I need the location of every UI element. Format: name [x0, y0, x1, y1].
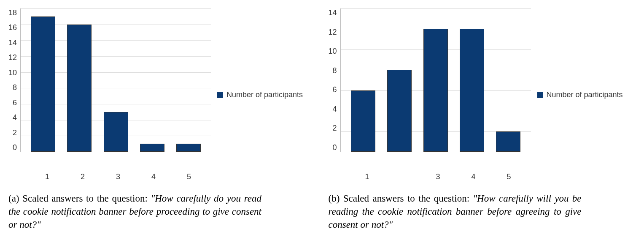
caption-a: (a) Scaled answers to the question: "How…: [8, 192, 261, 231]
x-tick: 4: [461, 172, 486, 181]
bar: [351, 90, 375, 152]
chart-row-a: 18 16 14 12 10 8 6 4 2 0: [8, 8, 316, 181]
x-tick: 1: [35, 172, 59, 181]
bars-b: [341, 8, 531, 152]
y-tick: 16: [8, 23, 17, 32]
y-tick: 0: [333, 143, 337, 152]
y-tick: 10: [8, 68, 17, 77]
y-tick: 2: [333, 124, 337, 133]
x-axis-a: 1 2 3 4 5: [25, 169, 211, 181]
chart-row-b: 14 12 10 8 6 4 2 0: [329, 8, 636, 181]
bar: [104, 112, 128, 152]
y-tick: 12: [329, 28, 337, 37]
y-tick: 18: [8, 8, 17, 17]
y-tick: 4: [333, 105, 337, 114]
caption-prefix-a: (a) Scaled answers to the question:: [8, 193, 151, 204]
y-tick: 6: [333, 85, 337, 94]
x-tick: 4: [141, 172, 166, 181]
y-tick: 14: [8, 38, 17, 47]
y-axis-b: 14 12 10 8 6 4 2 0: [329, 8, 340, 152]
y-tick: 2: [13, 128, 17, 137]
legend-a: Number of participants: [217, 90, 303, 99]
bar: [460, 29, 484, 152]
bar: [31, 16, 55, 152]
chart-wrapper-a: 18 16 14 12 10 8 6 4 2 0: [8, 8, 211, 181]
charts-container: 18 16 14 12 10 8 6 4 2 0: [8, 8, 636, 231]
bar: [496, 131, 520, 152]
y-axis-a: 18 16 14 12 10 8 6 4 2 0: [8, 8, 20, 152]
y-tick: 8: [13, 83, 17, 92]
x-tick: 2: [70, 172, 95, 181]
bars-a: [21, 8, 211, 152]
y-tick: 6: [13, 98, 17, 107]
x-tick: 3: [106, 172, 130, 181]
y-tick: 14: [329, 8, 337, 17]
chart-area-b: 14 12 10 8 6 4 2 0: [329, 8, 531, 169]
x-tick: [391, 172, 415, 181]
plot-area-b: [340, 8, 531, 152]
x-tick: 1: [355, 172, 380, 181]
y-tick: 12: [8, 53, 17, 62]
legend-b: Number of participants: [537, 90, 623, 99]
y-tick: 4: [13, 113, 17, 122]
x-tick: 3: [426, 172, 450, 181]
x-axis-b: 1 3 4 5: [345, 169, 531, 181]
legend-label: Number of participants: [226, 90, 303, 99]
caption-prefix-b: (b) Scaled answers to the question:: [329, 193, 473, 204]
x-tick: 5: [177, 172, 201, 181]
chart-panel-b: 14 12 10 8 6 4 2 0: [329, 8, 636, 231]
y-tick: 0: [13, 143, 17, 152]
x-tick: 5: [497, 172, 521, 181]
plot-area-a: [20, 8, 211, 152]
y-tick: 10: [329, 47, 337, 56]
bar: [67, 25, 92, 152]
bar: [423, 29, 448, 152]
legend-label: Number of participants: [547, 90, 623, 99]
bar: [176, 144, 201, 152]
chart-panel-a: 18 16 14 12 10 8 6 4 2 0: [8, 8, 316, 231]
legend-swatch-icon: [217, 92, 223, 98]
caption-b: (b) Scaled answers to the question: "How…: [329, 192, 582, 231]
chart-area-a: 18 16 14 12 10 8 6 4 2 0: [8, 8, 211, 169]
legend-swatch-icon: [537, 92, 543, 98]
chart-wrapper-b: 14 12 10 8 6 4 2 0: [329, 8, 531, 181]
bar: [387, 70, 412, 152]
bar: [140, 144, 164, 152]
y-tick: 8: [333, 66, 337, 75]
